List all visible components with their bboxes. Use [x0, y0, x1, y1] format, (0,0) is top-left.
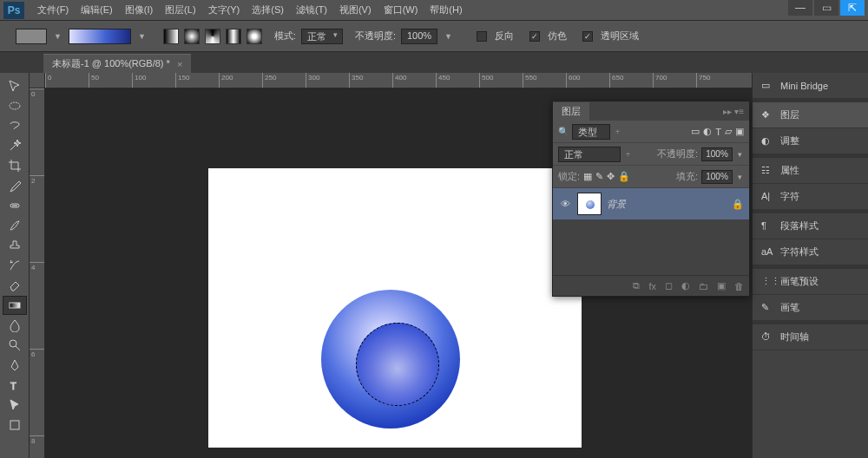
blend-mode-select[interactable]: 正常	[558, 147, 621, 162]
fill-input[interactable]: 100%	[701, 170, 733, 184]
link-layers-icon[interactable]: ⧉	[633, 280, 640, 291]
dock-character[interactable]: A|字符	[753, 184, 868, 210]
menu-layer[interactable]: 图层(L)	[159, 0, 201, 20]
close-tab-icon[interactable]: ×	[177, 59, 182, 69]
filter-smart-icon[interactable]: ▣	[735, 126, 744, 137]
dither-checkbox[interactable]	[529, 31, 540, 42]
filter-type-icon[interactable]: T	[715, 127, 721, 137]
reverse-checkbox[interactable]	[477, 31, 487, 42]
mode-select[interactable]: 正常 ▾	[301, 29, 343, 44]
dock-character-styles[interactable]: aA字符样式	[753, 239, 868, 265]
minimize-button[interactable]: —	[788, 0, 812, 16]
filter-pixel-icon[interactable]: ▭	[691, 126, 700, 137]
kind-select[interactable]: 类型	[572, 124, 610, 140]
transparency-checkbox[interactable]	[582, 31, 593, 42]
svg-point-4	[16, 206, 16, 206]
brush-tool[interactable]	[3, 216, 27, 235]
selection-marquee	[356, 323, 439, 406]
layer-name[interactable]: 背景	[607, 198, 626, 211]
image-icon: ▭	[761, 80, 773, 92]
new-layer-icon[interactable]: ▣	[717, 280, 726, 291]
dock-layers[interactable]: ❖图层	[753, 102, 868, 128]
eraser-tool[interactable]	[3, 276, 27, 295]
opacity-label: 不透明度:	[657, 147, 698, 160]
opacity-input[interactable]: 100%	[401, 29, 437, 44]
menu-file[interactable]: 文件(F)	[31, 0, 75, 20]
filter-shape-icon[interactable]: ▱	[725, 126, 732, 137]
tool-preset-swatch[interactable]	[16, 29, 47, 44]
reflected-gradient-icon[interactable]	[226, 29, 241, 44]
fill-adjust-icon[interactable]: ◐	[681, 280, 690, 291]
document-tab[interactable]: 未标题-1 @ 100%(RGB/8) * ×	[43, 54, 191, 73]
shape-tool[interactable]	[3, 415, 27, 435]
dock-brush-presets[interactable]: ⋮⋮画笔预设	[753, 269, 868, 295]
dock-mini-bridge[interactable]: ▭Mini Bridge	[753, 73, 868, 99]
fx-icon[interactable]: fx	[648, 281, 656, 291]
svg-point-6	[10, 340, 16, 347]
lock-trans-icon[interactable]: ▦	[583, 171, 592, 182]
menu-window[interactable]: 窗口(W)	[378, 0, 424, 20]
menu-select[interactable]: 选择(S)	[246, 0, 290, 20]
vertical-ruler[interactable]: 0 2 4 6 8	[30, 88, 45, 458]
dock-adjustments[interactable]: ◐调整	[753, 128, 868, 154]
diamond-gradient-icon[interactable]	[247, 29, 262, 44]
gradient-tool[interactable]	[3, 296, 27, 315]
restore-button[interactable]: ⇱	[840, 0, 865, 16]
props-icon: ☷	[761, 165, 773, 177]
wand-tool[interactable]	[3, 136, 27, 155]
layer-thumbnail[interactable]	[577, 193, 602, 215]
stamp-tool[interactable]	[3, 236, 27, 255]
document-canvas[interactable]	[208, 168, 582, 448]
toolbox: T	[0, 73, 30, 458]
horizontal-ruler[interactable]: 0 50 100 150 200 250 300 350 400 450 500…	[45, 73, 868, 88]
timeline-icon: ⏱	[761, 331, 773, 344]
dock-timeline[interactable]: ⏱时间轴	[753, 324, 868, 350]
dock-brush[interactable]: ✎画笔	[753, 295, 868, 321]
layer-row[interactable]: 👁 背景 🔒	[553, 188, 749, 219]
menu-text[interactable]: 文字(Y)	[202, 0, 247, 20]
delete-layer-icon[interactable]: 🗑	[734, 281, 744, 291]
menu-help[interactable]: 帮助(H)	[424, 0, 468, 20]
menu-view[interactable]: 视图(V)	[333, 0, 378, 20]
layers-empty-area[interactable]	[553, 219, 749, 275]
group-icon[interactable]: 🗀	[699, 281, 708, 291]
panel-menu-icon[interactable]: ▸▸ ▾≡	[723, 107, 749, 116]
visibility-icon[interactable]: 👁	[558, 199, 572, 209]
lock-all-icon[interactable]: 🔒	[618, 171, 630, 182]
path-select-tool[interactable]	[3, 396, 27, 415]
maximize-button[interactable]: ▭	[814, 0, 838, 16]
crop-tool[interactable]	[3, 156, 27, 175]
panel-tab-bar: 图层 ▸▸ ▾≡	[553, 101, 749, 121]
angle-gradient-icon[interactable]	[205, 29, 220, 44]
para-icon: ¶	[761, 220, 773, 232]
dock-paragraph-styles[interactable]: ¶段落样式	[753, 213, 868, 239]
menu-edit[interactable]: 编辑(E)	[75, 0, 119, 20]
radial-gradient-icon[interactable]	[184, 29, 200, 44]
lasso-tool[interactable]	[3, 116, 27, 135]
move-tool[interactable]	[3, 76, 27, 95]
eyedropper-tool[interactable]	[3, 176, 27, 195]
dock-properties[interactable]: ☷属性	[753, 158, 868, 184]
app-logo: Ps	[3, 2, 24, 19]
heal-tool[interactable]	[3, 196, 27, 215]
mask-icon[interactable]: ◻	[665, 280, 673, 291]
gradient-preview[interactable]	[69, 29, 131, 44]
dodge-tool[interactable]	[3, 336, 27, 355]
lock-pos-icon[interactable]: ✥	[607, 171, 615, 182]
lock-pixel-icon[interactable]: ✎	[595, 171, 603, 182]
menu-image[interactable]: 图像(I)	[119, 0, 159, 20]
svg-text:T: T	[10, 381, 16, 391]
filter-adjust-icon[interactable]: ◐	[703, 126, 712, 137]
menu-filter[interactable]: 滤镜(T)	[290, 0, 333, 20]
linear-gradient-icon[interactable]	[163, 29, 179, 44]
kind-search-icon[interactable]: 🔍	[558, 127, 569, 136]
blur-tool[interactable]	[3, 316, 27, 335]
pen-tool[interactable]	[3, 356, 27, 375]
layers-tab[interactable]: 图层	[553, 102, 589, 121]
layer-lock-icon[interactable]: 🔒	[732, 199, 744, 210]
history-brush-tool[interactable]	[3, 256, 27, 275]
marquee-tool[interactable]	[3, 96, 27, 115]
layer-opacity-input[interactable]: 100%	[701, 147, 733, 161]
type-tool[interactable]: T	[3, 376, 27, 395]
document-title: 未标题-1 @ 100%(RGB/8) *	[52, 57, 170, 70]
